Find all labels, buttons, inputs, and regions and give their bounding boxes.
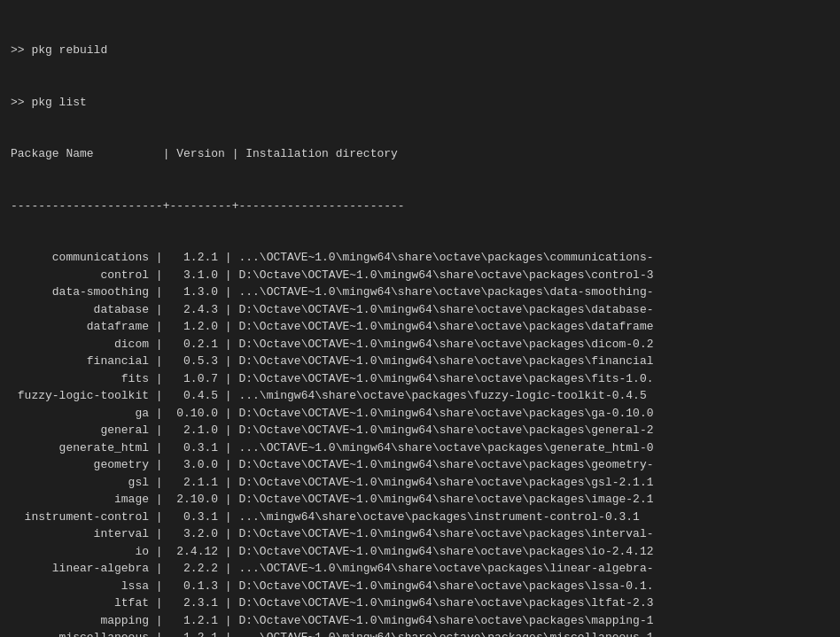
command-line-1: >> pkg rebuild — [11, 42, 829, 59]
terminal-window: >> pkg rebuild >> pkg list Package Name … — [11, 7, 829, 637]
table-header: Package Name | Version | Installation di… — [11, 145, 829, 163]
table-row: financial | 0.5.3 | D:\Octave\OCTAVE~1.0… — [11, 353, 829, 370]
table-row: ga | 0.10.0 | D:\Octave\OCTAVE~1.0\mingw… — [11, 405, 829, 423]
table-row: data-smoothing | 1.3.0 | ...\OCTAVE~1.0\… — [11, 284, 829, 301]
table-row: generate_html | 0.3.1 | ...\OCTAVE~1.0\m… — [11, 439, 829, 457]
table-row: image | 2.10.0 | D:\Octave\OCTAVE~1.0\mi… — [11, 491, 829, 509]
table-row: io | 2.4.12 | D:\Octave\OCTAVE~1.0\mingw… — [11, 543, 829, 561]
table-row: lssa | 0.1.3 | D:\Octave\OCTAVE~1.0\ming… — [11, 578, 829, 595]
package-list: communications | 1.2.1 | ...\OCTAVE~1.0\… — [11, 249, 829, 637]
table-row: linear-algebra | 2.2.2 | ...\OCTAVE~1.0\… — [11, 560, 829, 578]
table-row: fits | 1.0.7 | D:\Octave\OCTAVE~1.0\ming… — [11, 370, 829, 388]
table-row: ltfat | 2.3.1 | D:\Octave\OCTAVE~1.0\min… — [11, 594, 829, 612]
table-row: geometry | 3.0.0 | D:\Octave\OCTAVE~1.0\… — [11, 456, 829, 474]
table-row: control | 3.1.0 | D:\Octave\OCTAVE~1.0\m… — [11, 267, 829, 284]
table-row: general | 2.1.0 | D:\Octave\OCTAVE~1.0\m… — [11, 422, 829, 439]
table-row: communications | 1.2.1 | ...\OCTAVE~1.0\… — [11, 249, 829, 267]
table-row: instrument-control | 0.3.1 | ...\mingw64… — [11, 509, 829, 526]
table-row: miscellaneous | 1.2.1 | ...\OCTAVE~1.0\m… — [11, 629, 829, 637]
table-separator: ----------------------+---------+-------… — [11, 198, 829, 215]
table-row: gsl | 2.1.1 | D:\Octave\OCTAVE~1.0\mingw… — [11, 474, 829, 492]
table-row: mapping | 1.2.1 | D:\Octave\OCTAVE~1.0\m… — [11, 612, 829, 630]
table-row: dicom | 0.2.1 | D:\Octave\OCTAVE~1.0\min… — [11, 336, 829, 353]
table-row: fuzzy-logic-toolkit | 0.4.5 | ...\mingw6… — [11, 387, 829, 405]
table-row: database | 2.4.3 | D:\Octave\OCTAVE~1.0\… — [11, 301, 829, 319]
command-line-2: >> pkg list — [11, 94, 829, 112]
table-row: dataframe | 1.2.0 | D:\Octave\OCTAVE~1.0… — [11, 318, 829, 336]
table-row: interval | 3.2.0 | D:\Octave\OCTAVE~1.0\… — [11, 525, 829, 543]
